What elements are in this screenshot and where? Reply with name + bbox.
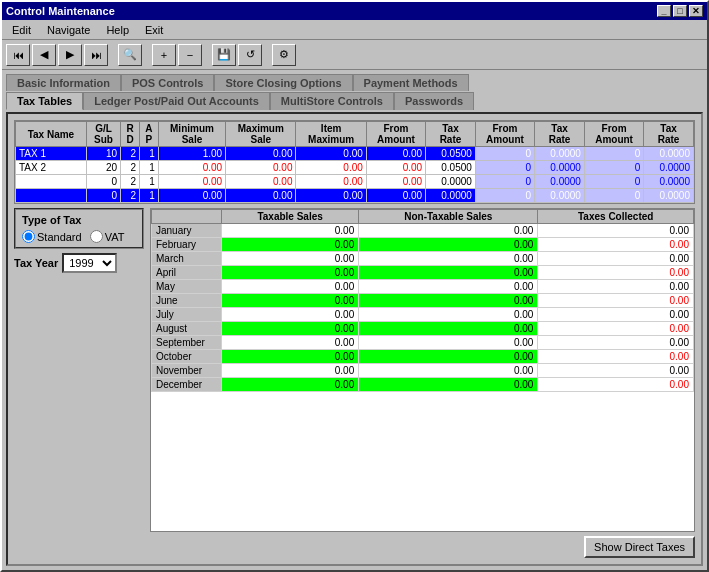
tax-table-cell: 0.00 — [158, 189, 225, 203]
month-label: September — [152, 336, 222, 350]
tab-tax-tables[interactable]: Tax Tables — [6, 92, 83, 110]
menu-help[interactable]: Help — [100, 22, 135, 38]
tax-table-cell: 0 — [584, 175, 643, 189]
col-rd: RD — [121, 122, 140, 147]
monthly-value-cell: 0.00 — [538, 266, 694, 280]
monthly-value-cell: 0.00 — [222, 266, 359, 280]
col-non-taxable-sales: Non-Taxable Sales — [359, 210, 538, 224]
minimize-button[interactable]: _ — [657, 5, 671, 17]
monthly-table-row: June0.000.000.00 — [152, 294, 694, 308]
monthly-value-cell: 0.00 — [538, 364, 694, 378]
tax-year-row: Tax Year 1999 2000 2001 — [14, 253, 144, 273]
tab-payment-methods[interactable]: Payment Methods — [353, 74, 469, 91]
tax-table-cell: 0.00 — [226, 189, 296, 203]
monthly-value-cell: 0.00 — [359, 224, 538, 238]
nav-prev-button[interactable]: ◀ — [32, 44, 56, 66]
monthly-value-cell: 0.00 — [538, 280, 694, 294]
monthly-table-row: April0.000.000.00 — [152, 266, 694, 280]
tab-store-closing-options[interactable]: Store Closing Options — [214, 74, 352, 91]
monthly-table-row: December0.000.000.00 — [152, 378, 694, 392]
tax-table-cell: 0.0500 — [426, 161, 476, 175]
monthly-value-cell: 0.00 — [222, 322, 359, 336]
tax-table-cell: 0.0500 — [426, 147, 476, 161]
delete-button[interactable]: − — [178, 44, 202, 66]
monthly-table-row: August0.000.000.00 — [152, 322, 694, 336]
add-button[interactable]: + — [152, 44, 176, 66]
tabs-row2: Tax Tables Ledger Post/Paid Out Accounts… — [6, 92, 703, 110]
menu-navigate[interactable]: Navigate — [41, 22, 96, 38]
window-title: Control Maintenance — [6, 5, 115, 17]
tab-pos-controls[interactable]: POS Controls — [121, 74, 215, 91]
menu-edit[interactable]: Edit — [6, 22, 37, 38]
radio-standard[interactable]: Standard — [22, 230, 82, 243]
col-rate2: TaxRate — [535, 122, 585, 147]
monthly-value-cell: 0.00 — [222, 294, 359, 308]
close-button[interactable]: ✕ — [689, 5, 703, 17]
tab-ledger-post[interactable]: Ledger Post/Paid Out Accounts — [83, 92, 270, 110]
monthly-value-cell: 0.00 — [222, 364, 359, 378]
nav-next-button[interactable]: ▶ — [58, 44, 82, 66]
monthly-value-cell: 0.00 — [538, 238, 694, 252]
col-rate3: TaxRate — [644, 122, 694, 147]
tax-table-cell: 0 — [475, 189, 534, 203]
content-area: Basic Information POS Controls Store Clo… — [2, 70, 707, 570]
tab-basic-information[interactable]: Basic Information — [6, 74, 121, 91]
col-from3: FromAmount — [584, 122, 643, 147]
settings-button[interactable]: ⚙ — [272, 44, 296, 66]
tax-table-cell: 10 — [86, 147, 120, 161]
type-of-tax-radio-group: Standard VAT — [22, 230, 136, 243]
monthly-value-cell: 0.00 — [538, 308, 694, 322]
title-bar-buttons: _ □ ✕ — [657, 5, 703, 17]
monthly-value-cell: 0.00 — [538, 294, 694, 308]
menu-exit[interactable]: Exit — [139, 22, 169, 38]
tab-passwords[interactable]: Passwords — [394, 92, 474, 110]
radio-vat[interactable]: VAT — [90, 230, 125, 243]
col-item-max: ItemMaximum — [296, 122, 366, 147]
tax-table-cell: 0.0000 — [644, 161, 694, 175]
col-min-sale: MinimumSale — [158, 122, 225, 147]
tax-table-row: TAX 110211.000.000.000.000.050000.000000… — [16, 147, 694, 161]
monthly-value-cell: 0.00 — [359, 308, 538, 322]
monthly-value-cell: 0.00 — [222, 336, 359, 350]
tax-table: Tax Name G/LSub RD AP MinimumSale Maximu… — [15, 121, 694, 203]
monthly-table-row: May0.000.000.00 — [152, 280, 694, 294]
nav-last-button[interactable]: ⏭ — [84, 44, 108, 66]
monthly-value-cell: 0.00 — [538, 336, 694, 350]
menu-bar: Edit Navigate Help Exit — [2, 20, 707, 40]
refresh-button[interactable]: ↺ — [238, 44, 262, 66]
col-tax-name: Tax Name — [16, 122, 87, 147]
radio-vat-input[interactable] — [90, 230, 103, 243]
month-label: January — [152, 224, 222, 238]
tax-table-cell: 0.00 — [296, 189, 366, 203]
monthly-value-cell: 0.00 — [222, 224, 359, 238]
tax-table-cell — [16, 189, 87, 203]
tab-multistore-controls[interactable]: MultiStore Controls — [270, 92, 394, 110]
nav-first-button[interactable]: ⏮ — [6, 44, 30, 66]
radio-standard-input[interactable] — [22, 230, 35, 243]
tax-table-cell — [16, 175, 87, 189]
tax-table-cell: 0.0000 — [535, 147, 585, 161]
month-label: July — [152, 308, 222, 322]
tax-table-cell: 0.0000 — [426, 175, 476, 189]
tax-table-cell: 0 — [86, 175, 120, 189]
monthly-value-cell: 0.00 — [222, 280, 359, 294]
monthly-value-cell: 0.00 — [222, 378, 359, 392]
month-label: October — [152, 350, 222, 364]
show-direct-taxes-button[interactable]: Show Direct Taxes — [584, 536, 695, 558]
monthly-value-cell: 0.00 — [538, 350, 694, 364]
month-label: April — [152, 266, 222, 280]
tax-year-select[interactable]: 1999 2000 2001 — [62, 253, 117, 273]
save-button[interactable]: 💾 — [212, 44, 236, 66]
tax-table-cell: 0 — [475, 175, 534, 189]
search-button[interactable]: 🔍 — [118, 44, 142, 66]
col-taxable-sales: Taxable Sales — [222, 210, 359, 224]
tax-table-cell: TAX 2 — [16, 161, 87, 175]
monthly-value-cell: 0.00 — [359, 378, 538, 392]
monthly-value-cell: 0.00 — [538, 252, 694, 266]
month-label: December — [152, 378, 222, 392]
monthly-table-row: November0.000.000.00 — [152, 364, 694, 378]
title-bar: Control Maintenance _ □ ✕ — [2, 2, 707, 20]
maximize-button[interactable]: □ — [673, 5, 687, 17]
col-from1: FromAmount — [366, 122, 425, 147]
monthly-table: Taxable Sales Non-Taxable Sales Taxes Co… — [151, 209, 694, 392]
